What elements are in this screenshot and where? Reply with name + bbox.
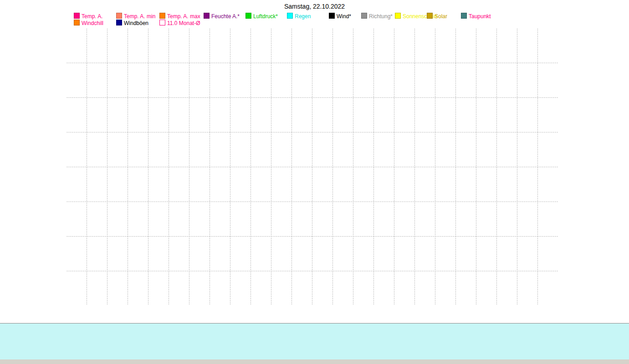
weather-app-window: Samstag, 22.10.2022 Temp. A.Temp. A. min… <box>0 0 629 364</box>
sensor-stats-table <box>0 323 629 360</box>
status-bar <box>0 359 629 364</box>
weather-chart <box>0 0 629 323</box>
